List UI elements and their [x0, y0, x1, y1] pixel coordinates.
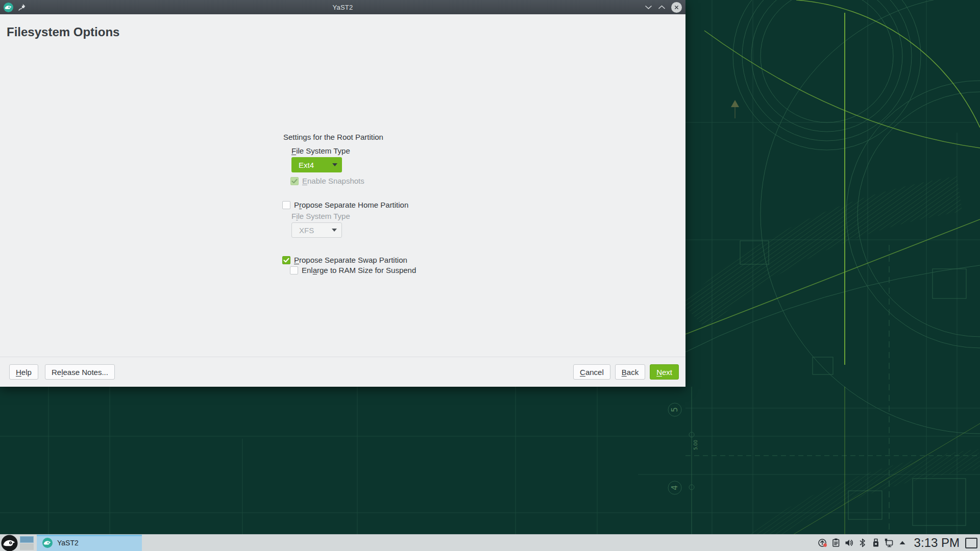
enable-snapshots-row: Enable Snapshots — [290, 177, 364, 185]
system-tray — [817, 537, 908, 548]
pager-desktop-1[interactable] — [20, 536, 34, 543]
check-icon — [291, 179, 298, 184]
back-button[interactable]: Back — [615, 364, 645, 380]
virtual-desktop-pager[interactable] — [20, 536, 34, 550]
window-title: YaST2 — [0, 4, 685, 11]
volume-icon[interactable] — [844, 537, 855, 548]
svg-text:5.00: 5.00 — [693, 440, 698, 450]
swap-partition-checkbox[interactable] — [282, 256, 290, 264]
task-button-yast2[interactable]: YaST2 — [37, 535, 142, 551]
window-titlebar[interactable]: YaST2 — [0, 0, 685, 14]
page-title: Filesystem Options — [7, 25, 119, 39]
maximize-button[interactable] — [658, 5, 666, 10]
enable-snapshots-checkbox[interactable] — [290, 177, 299, 185]
taskbar: YaST2 — [0, 534, 980, 551]
home-filesystem-type-value: XFS — [299, 226, 314, 235]
root-filesystem-type-value: Ext4 — [299, 161, 314, 169]
dropdown-arrow-icon — [332, 163, 337, 166]
dropdown-arrow-icon — [332, 229, 337, 232]
enlarge-ram-row: Enlarge to RAM Size for Suspend — [290, 266, 416, 274]
removable-device-icon[interactable] — [870, 537, 881, 548]
show-desktop-button[interactable] — [965, 538, 977, 548]
home-filesystem-type-select[interactable]: XFS — [291, 222, 342, 238]
notification-dot — [823, 543, 827, 547]
swap-partition-row: Propose Separate Swap Partition — [282, 256, 407, 264]
keep-above-pin-icon[interactable] — [18, 3, 26, 11]
cancel-button[interactable]: Cancel — [573, 364, 610, 380]
minimize-button[interactable] — [645, 5, 652, 10]
enlarge-ram-checkbox[interactable] — [290, 266, 298, 274]
network-icon[interactable] — [884, 537, 895, 548]
chevron-down-icon — [645, 5, 652, 10]
close-icon — [673, 4, 680, 11]
home-filesystem-type-label: File System Type — [291, 212, 350, 220]
next-button[interactable]: Next — [650, 364, 679, 380]
check-icon — [283, 258, 289, 263]
chevron-up-icon — [658, 5, 666, 10]
home-partition-row: Propose Separate Home Partition — [282, 201, 408, 209]
home-partition-checkbox[interactable] — [282, 201, 290, 209]
enable-snapshots-label: Enable Snapshots — [302, 177, 364, 185]
pager-desktop-2[interactable] — [20, 543, 34, 550]
app-launcher-button[interactable] — [1, 535, 18, 551]
root-partition-section-label: Settings for the Root Partition — [283, 133, 383, 141]
swap-partition-label: Propose Separate Swap Partition — [294, 256, 407, 264]
help-button[interactable]: Help — [9, 364, 38, 380]
close-button[interactable] — [671, 2, 682, 13]
yast2-window: YaST2 Filesystem Options — [0, 0, 685, 387]
home-partition-label: Propose Separate Home Partition — [294, 201, 408, 209]
task-label: YaST2 — [57, 539, 79, 547]
root-filesystem-type-label: File System Type — [291, 146, 350, 155]
svg-text:4: 4 — [670, 485, 679, 490]
svg-text:5: 5 — [670, 407, 679, 412]
bluetooth-icon[interactable] — [857, 537, 868, 548]
clipboard-icon[interactable] — [830, 537, 842, 548]
taskbar-clock[interactable]: 3:13 PM — [914, 536, 960, 550]
release-notes-button[interactable]: Release Notes... — [45, 364, 115, 380]
wizard-button-bar: Help Release Notes... Cancel Back Next — [0, 357, 685, 387]
window-geeko-icon[interactable] — [4, 3, 13, 12]
updates-available-icon[interactable] — [817, 537, 828, 548]
root-filesystem-type-select[interactable]: Ext4 — [291, 157, 342, 172]
enlarge-ram-label: Enlarge to RAM Size for Suspend — [302, 266, 416, 274]
task-geeko-icon — [42, 538, 53, 548]
tray-expand-icon[interactable] — [897, 537, 908, 548]
